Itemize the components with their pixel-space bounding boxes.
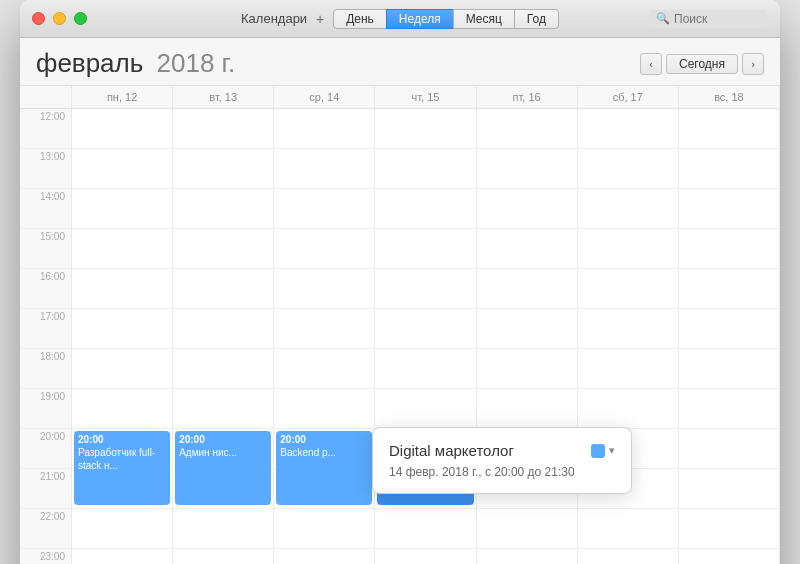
- cell-mon-10[interactable]: [72, 509, 172, 549]
- event-tue-admin[interactable]: 20:00 Админ нис...: [175, 431, 271, 505]
- cell-thu-7[interactable]: [375, 389, 475, 429]
- cell-tue-5[interactable]: [173, 309, 273, 349]
- event-mon-dev[interactable]: 20:00 Разработчик full-stack н...: [74, 431, 170, 505]
- day-col-tue: 20:00 Админ нис...: [173, 109, 274, 564]
- cell-sun-10[interactable]: [679, 509, 779, 549]
- cell-sat-6[interactable]: [578, 349, 678, 389]
- popup-dropdown-icon[interactable]: ▾: [609, 444, 615, 457]
- cell-sat-2[interactable]: [578, 189, 678, 229]
- event-wed-backend[interactable]: 20:00 Backend р...: [276, 431, 372, 505]
- cell-sun-8[interactable]: [679, 429, 779, 469]
- view-month-button[interactable]: Месяц: [453, 9, 515, 29]
- cell-thu-0[interactable]: [375, 109, 475, 149]
- view-year-button[interactable]: Год: [514, 9, 559, 29]
- cell-tue-3[interactable]: [173, 229, 273, 269]
- cell-sun-0[interactable]: [679, 109, 779, 149]
- cell-fri-1[interactable]: [477, 149, 577, 189]
- cell-wed-3[interactable]: [274, 229, 374, 269]
- cell-sun-2[interactable]: [679, 189, 779, 229]
- cell-sat-10[interactable]: [578, 509, 678, 549]
- cell-sun-9[interactable]: [679, 469, 779, 509]
- cell-fri-5[interactable]: [477, 309, 577, 349]
- cell-thu-6[interactable]: [375, 349, 475, 389]
- cell-fri-0[interactable]: [477, 109, 577, 149]
- cell-wed-2[interactable]: [274, 189, 374, 229]
- cell-wed-11[interactable]: [274, 549, 374, 564]
- cell-sat-11[interactable]: [578, 549, 678, 564]
- cell-wed-4[interactable]: [274, 269, 374, 309]
- cell-sun-4[interactable]: [679, 269, 779, 309]
- cell-sun-1[interactable]: [679, 149, 779, 189]
- cell-wed-7[interactable]: [274, 389, 374, 429]
- close-button[interactable]: [32, 12, 45, 25]
- cell-sat-7[interactable]: [578, 389, 678, 429]
- cell-sat-1[interactable]: [578, 149, 678, 189]
- cell-mon-5[interactable]: [72, 309, 172, 349]
- cell-tue-8[interactable]: 20:00 Админ нис...: [173, 429, 273, 469]
- cell-tue-6[interactable]: [173, 349, 273, 389]
- cell-tue-11[interactable]: [173, 549, 273, 564]
- prev-button[interactable]: ‹: [640, 53, 662, 75]
- cell-mon-1[interactable]: [72, 149, 172, 189]
- cell-wed-10[interactable]: [274, 509, 374, 549]
- cell-fri-3[interactable]: [477, 229, 577, 269]
- cell-mon-3[interactable]: [72, 229, 172, 269]
- cell-wed-8[interactable]: 20:00 Backend р...: [274, 429, 374, 469]
- cell-mon-6[interactable]: [72, 349, 172, 389]
- cell-sun-11[interactable]: [679, 549, 779, 564]
- cell-mon-11[interactable]: [72, 549, 172, 564]
- cell-tue-10[interactable]: [173, 509, 273, 549]
- cell-thu-3[interactable]: [375, 229, 475, 269]
- time-slot-1600: 16:00: [20, 269, 71, 309]
- cell-thu-2[interactable]: [375, 189, 475, 229]
- today-button[interactable]: Сегодня: [666, 54, 738, 74]
- cell-tue-2[interactable]: [173, 189, 273, 229]
- search-box[interactable]: 🔍: [648, 10, 768, 28]
- cell-sun-3[interactable]: [679, 229, 779, 269]
- view-week-button[interactable]: Неделя: [386, 9, 454, 29]
- cell-fri-4[interactable]: [477, 269, 577, 309]
- search-input[interactable]: [674, 12, 754, 26]
- cell-mon-4[interactable]: [72, 269, 172, 309]
- cell-fri-10[interactable]: [477, 509, 577, 549]
- cell-tue-4[interactable]: [173, 269, 273, 309]
- fullscreen-button[interactable]: [74, 12, 87, 25]
- cell-mon-8[interactable]: 20:00 Разработчик full-stack н...: [72, 429, 172, 469]
- cell-sun-7[interactable]: [679, 389, 779, 429]
- cell-fri-11[interactable]: [477, 549, 577, 564]
- cell-fri-7[interactable]: [477, 389, 577, 429]
- cell-sat-4[interactable]: [578, 269, 678, 309]
- cell-wed-5[interactable]: [274, 309, 374, 349]
- cell-mon-7[interactable]: [72, 389, 172, 429]
- day-col-thu: 20:00 Digital маркетолог: [375, 109, 476, 564]
- cell-tue-0[interactable]: [173, 109, 273, 149]
- scroll-inner[interactable]: 12:00 13:00 14:00 15:00 16:00 17:00 18:0…: [20, 109, 780, 564]
- cell-sun-6[interactable]: [679, 349, 779, 389]
- cell-thu-4[interactable]: [375, 269, 475, 309]
- cell-wed-1[interactable]: [274, 149, 374, 189]
- cell-fri-6[interactable]: [477, 349, 577, 389]
- cell-thu-11[interactable]: [375, 549, 475, 564]
- titlebar-center: Календари + День Неделя Месяц Год: [241, 9, 559, 29]
- cell-tue-7[interactable]: [173, 389, 273, 429]
- cell-fri-2[interactable]: [477, 189, 577, 229]
- cell-sat-0[interactable]: [578, 109, 678, 149]
- view-day-button[interactable]: День: [333, 9, 387, 29]
- day-header-mon: пн, 12: [72, 86, 173, 108]
- cell-thu-1[interactable]: [375, 149, 475, 189]
- minimize-button[interactable]: [53, 12, 66, 25]
- cell-tue-1[interactable]: [173, 149, 273, 189]
- cell-sun-5[interactable]: [679, 309, 779, 349]
- add-calendar-button[interactable]: +: [311, 10, 329, 28]
- scroll-wrapper: 12:00 13:00 14:00 15:00 16:00 17:00 18:0…: [20, 109, 780, 564]
- cell-mon-0[interactable]: [72, 109, 172, 149]
- next-button[interactable]: ›: [742, 53, 764, 75]
- cell-thu-5[interactable]: [375, 309, 475, 349]
- cell-thu-10[interactable]: [375, 509, 475, 549]
- cell-wed-6[interactable]: [274, 349, 374, 389]
- cell-wed-0[interactable]: [274, 109, 374, 149]
- day-header-thu: чт, 15: [375, 86, 476, 108]
- cell-sat-5[interactable]: [578, 309, 678, 349]
- cell-mon-2[interactable]: [72, 189, 172, 229]
- cell-sat-3[interactable]: [578, 229, 678, 269]
